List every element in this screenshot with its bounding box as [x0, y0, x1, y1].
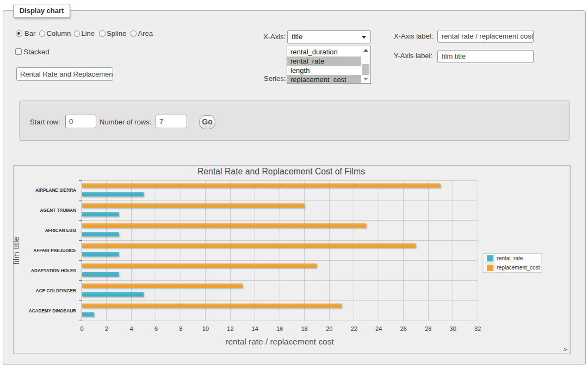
svg-text:30: 30 — [450, 325, 456, 332]
svg-text:ACADEMY DINOSAUR: ACADEMY DINOSAUR — [29, 309, 76, 313]
svg-text:replacement_cost: replacement_cost — [497, 265, 540, 271]
svg-text:film title: film title — [13, 236, 21, 265]
svg-text:rental rate / replacement cost: rental rate / replacement cost — [225, 337, 334, 346]
svg-text:32: 32 — [474, 325, 481, 332]
svg-text:16: 16 — [276, 325, 283, 332]
svg-text:26: 26 — [400, 325, 407, 332]
svg-text:18: 18 — [301, 325, 308, 332]
svg-text:10: 10 — [202, 325, 209, 332]
svg-text:22: 22 — [351, 325, 357, 332]
svg-text:20: 20 — [326, 325, 332, 332]
svg-text:14: 14 — [252, 325, 258, 332]
svg-text:8: 8 — [179, 325, 182, 332]
svg-text:28: 28 — [425, 325, 431, 332]
svg-text:ACE GOLDFINGER: ACE GOLDFINGER — [36, 289, 76, 293]
svg-text:ADAPTATION HOLES: ADAPTATION HOLES — [31, 268, 76, 273]
svg-text:12: 12 — [227, 325, 233, 332]
svg-text:rental_rate: rental_rate — [497, 255, 523, 261]
svg-text:0: 0 — [80, 325, 83, 332]
svg-text:4: 4 — [129, 325, 133, 332]
svg-text:Rental Rate and Replacement Co: Rental Rate and Replacement Cost of Film… — [197, 167, 365, 176]
svg-text:2: 2 — [105, 325, 108, 332]
svg-text:AFRICAN EGG: AFRICAN EGG — [45, 228, 76, 233]
svg-text:24: 24 — [375, 325, 382, 332]
svg-text:AIRPLANE SIERRA: AIRPLANE SIERRA — [35, 188, 76, 193]
svg-text:6: 6 — [154, 325, 158, 332]
svg-text:AFFAIR PREJUDICE: AFFAIR PREJUDICE — [33, 248, 76, 253]
svg-text:AGENT TRUMAN: AGENT TRUMAN — [40, 208, 76, 213]
